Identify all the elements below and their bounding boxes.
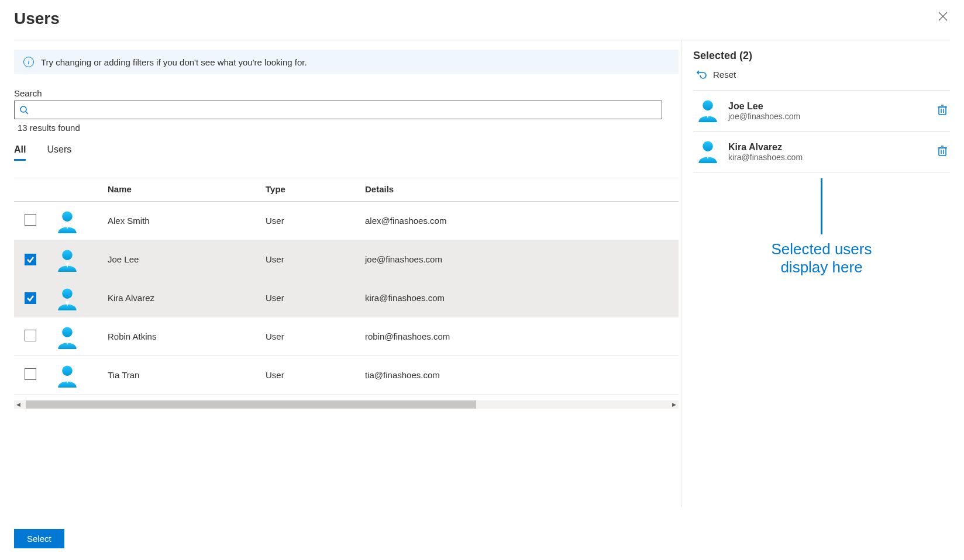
svg-point-9 — [703, 100, 713, 110]
scroll-right-icon: ▶ — [672, 402, 676, 407]
selected-item-name: Kira Alvarez — [728, 142, 803, 153]
page-title: Users — [14, 9, 60, 28]
svg-point-7 — [62, 327, 73, 337]
selected-item-name: Joe Lee — [728, 101, 800, 112]
users-table: Name Type Details Alex SmithUseralex@fin… — [14, 178, 679, 395]
row-details: kira@finashoes.com — [365, 293, 679, 303]
table-row[interactable]: Robin AtkinsUserrobin@finashoes.com — [14, 317, 679, 356]
reset-button[interactable]: Reset — [693, 68, 950, 90]
search-input[interactable] — [32, 105, 657, 116]
row-checkbox[interactable] — [25, 214, 36, 226]
row-type: User — [266, 331, 365, 341]
row-details: joe@finashoes.com — [365, 254, 679, 264]
selected-item-email: joe@finashoes.com — [728, 112, 800, 121]
svg-point-2 — [20, 106, 26, 112]
table-row[interactable]: Tia TranUsertia@finashoes.com — [14, 356, 679, 395]
svg-rect-16 — [939, 148, 946, 155]
selected-item-email: kira@finashoes.com — [728, 153, 803, 162]
select-button[interactable]: Select — [14, 529, 64, 548]
row-details: tia@finashoes.com — [365, 370, 679, 380]
row-name: Alex Smith — [108, 216, 266, 226]
info-icon: i — [23, 57, 34, 67]
svg-point-15 — [703, 141, 713, 151]
tab-all[interactable]: All — [14, 142, 26, 160]
remove-selected-button[interactable] — [937, 104, 948, 117]
row-type: User — [266, 370, 365, 380]
row-name: Joe Lee — [108, 254, 266, 264]
row-checkbox[interactable] — [25, 330, 36, 341]
column-header-details[interactable]: Details — [365, 184, 679, 194]
trash-icon — [937, 148, 948, 158]
row-type: User — [266, 216, 365, 226]
row-details: alex@finashoes.com — [365, 216, 679, 226]
remove-selected-button[interactable] — [937, 145, 948, 158]
row-checkbox[interactable] — [25, 368, 36, 380]
info-banner-text: Try changing or adding filters if you do… — [41, 57, 307, 67]
svg-point-6 — [62, 288, 73, 299]
column-header-type[interactable]: Type — [266, 184, 365, 194]
user-avatar-icon — [696, 98, 720, 124]
table-row[interactable]: Alex SmithUseralex@finashoes.com — [14, 202, 679, 240]
user-avatar-icon — [55, 209, 80, 233]
info-banner: i Try changing or adding filters if you … — [14, 50, 679, 74]
trash-icon — [937, 108, 948, 117]
table-row[interactable]: Joe LeeUserjoe@finashoes.com — [14, 240, 679, 279]
svg-rect-10 — [939, 107, 946, 115]
undo-icon — [697, 69, 707, 79]
user-avatar-icon — [696, 139, 720, 165]
selected-header: Selected (2) — [693, 50, 950, 62]
search-icon — [19, 105, 29, 115]
user-avatar-icon — [55, 324, 80, 349]
results-count: 13 results found — [14, 123, 679, 133]
user-avatar-icon — [55, 286, 80, 310]
column-header-name[interactable]: Name — [108, 184, 266, 194]
svg-point-8 — [62, 365, 73, 376]
horizontal-scrollbar[interactable]: ◀ ▶ — [14, 400, 679, 409]
reset-label: Reset — [713, 70, 736, 79]
selected-item: Joe Leejoe@finashoes.com — [693, 91, 950, 132]
close-icon — [938, 12, 948, 21]
user-avatar-icon — [55, 363, 80, 388]
close-button[interactable] — [936, 9, 950, 26]
search-box[interactable] — [14, 101, 662, 119]
row-type: User — [266, 254, 365, 264]
svg-point-4 — [62, 211, 73, 222]
user-avatar-icon — [55, 247, 80, 272]
row-name: Tia Tran — [108, 370, 266, 380]
selected-item: Kira Alvarezkira@finashoes.com — [693, 132, 950, 172]
row-checkbox[interactable] — [25, 254, 36, 265]
row-name: Kira Alvarez — [108, 293, 266, 303]
svg-line-3 — [26, 112, 28, 114]
tab-users[interactable]: Users — [47, 142, 71, 160]
annotation-callout: Selected users display here — [693, 178, 950, 276]
svg-point-5 — [62, 250, 73, 260]
table-row[interactable]: Kira AlvarezUserkira@finashoes.com — [14, 279, 679, 317]
row-type: User — [266, 293, 365, 303]
scroll-left-icon: ◀ — [16, 402, 20, 407]
row-checkbox[interactable] — [25, 292, 36, 304]
row-name: Robin Atkins — [108, 331, 266, 341]
row-details: robin@finashoes.com — [365, 331, 679, 341]
search-label: Search — [14, 88, 679, 98]
